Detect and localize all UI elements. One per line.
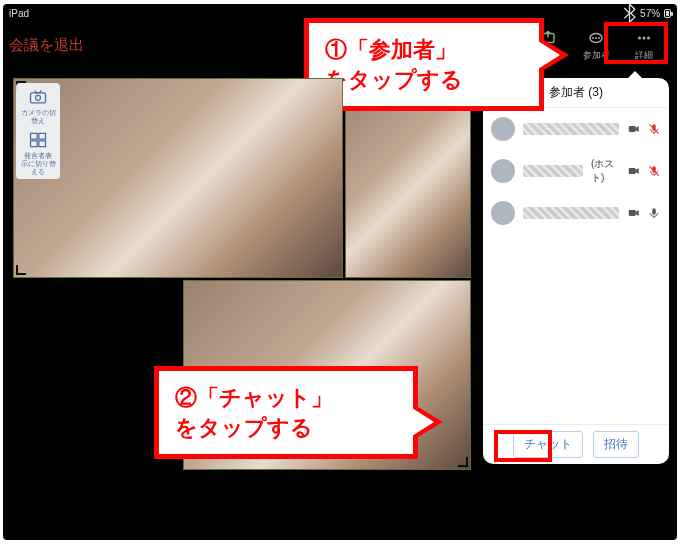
ipad-screen: iPad 57% 会議を退出 共有 参加者 bbox=[3, 4, 677, 540]
invite-button[interactable]: 招待 bbox=[593, 431, 639, 458]
switch-camera-icon bbox=[28, 87, 48, 107]
svg-rect-17 bbox=[652, 208, 656, 214]
callout-1-line-1: ①「参加者」 bbox=[325, 35, 523, 65]
switch-camera-button[interactable]: カメラの切替え bbox=[18, 87, 58, 124]
battery-pct: 57% bbox=[640, 8, 660, 19]
annotated-screenshot: iPad 57% 会議を退出 共有 参加者 bbox=[0, 0, 680, 544]
svg-rect-10 bbox=[31, 141, 38, 147]
status-device: iPad bbox=[9, 8, 29, 19]
svg-rect-7 bbox=[31, 93, 46, 103]
callout-1-line-2: をタップする bbox=[325, 65, 523, 95]
speaker-view-button[interactable]: 発言者表 示に切り替える bbox=[18, 130, 58, 175]
annotation-highlight-chat bbox=[494, 430, 552, 462]
camera-on-icon bbox=[627, 206, 641, 220]
svg-rect-11 bbox=[39, 141, 46, 147]
participant-name-redacted bbox=[523, 165, 583, 177]
svg-rect-14 bbox=[629, 168, 636, 174]
speaker-view-icon bbox=[28, 130, 48, 150]
camera-on-icon bbox=[627, 122, 641, 136]
host-tag: (ホスト) bbox=[591, 157, 619, 185]
avatar bbox=[491, 117, 515, 141]
svg-rect-9 bbox=[39, 134, 46, 140]
mic-muted-icon bbox=[647, 164, 661, 178]
svg-rect-8 bbox=[31, 134, 38, 140]
speaker-view-label: 発言者表 示に切り替える bbox=[18, 152, 58, 175]
video-tile-main[interactable]: カメラの切替え 発言者表 示に切り替える bbox=[13, 78, 343, 278]
bluetooth-icon bbox=[623, 4, 636, 22]
camera-on-icon bbox=[627, 164, 641, 178]
participant-row[interactable] bbox=[483, 108, 669, 150]
participants-icon bbox=[586, 29, 606, 47]
svg-point-3 bbox=[598, 37, 600, 39]
focus-bracket bbox=[16, 265, 26, 275]
avatar bbox=[491, 201, 515, 225]
avatar bbox=[491, 159, 515, 183]
svg-rect-16 bbox=[629, 210, 636, 216]
participant-row[interactable]: (ホスト) bbox=[483, 150, 669, 192]
participant-name-redacted bbox=[523, 123, 619, 135]
battery-icon bbox=[664, 9, 671, 18]
callout-2-line-1: ②「チャット」 bbox=[175, 383, 397, 413]
leave-meeting-button[interactable]: 会議を退出 bbox=[9, 36, 84, 55]
svg-rect-12 bbox=[629, 126, 636, 132]
switch-camera-label: カメラの切替え bbox=[18, 109, 58, 124]
callout-2-line-2: をタップする bbox=[175, 413, 397, 443]
participants-list: (ホスト) bbox=[483, 108, 669, 424]
mic-on-icon bbox=[647, 206, 661, 220]
annotation-highlight-participants bbox=[604, 22, 668, 64]
annotation-callout-2: ②「チャット」 をタップする bbox=[154, 366, 418, 459]
participant-name-redacted bbox=[523, 207, 619, 219]
participants-panel: 参加者 (3) (ホスト) bbox=[483, 78, 669, 464]
focus-bracket bbox=[458, 457, 468, 467]
status-right: 57% bbox=[623, 4, 671, 22]
mic-muted-icon bbox=[647, 122, 661, 136]
video-side-controls: カメラの切替え 発言者表 示に切り替える bbox=[16, 83, 60, 179]
participant-row[interactable] bbox=[483, 192, 669, 234]
svg-point-2 bbox=[595, 37, 597, 39]
svg-point-1 bbox=[592, 37, 594, 39]
